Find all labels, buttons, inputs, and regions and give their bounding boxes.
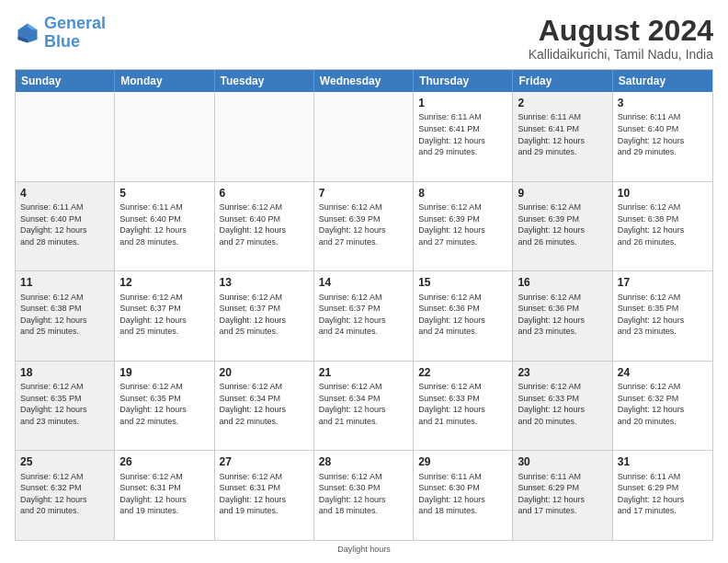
- day-header-friday: Friday: [513, 70, 612, 92]
- day-cell: 20Sunrise: 6:12 AM Sunset: 6:34 PM Dayli…: [215, 362, 314, 451]
- day-cell: [215, 92, 314, 181]
- day-number: 6: [220, 186, 309, 201]
- day-cell: 10Sunrise: 6:12 AM Sunset: 6:38 PM Dayli…: [613, 182, 712, 271]
- title-block: August 2024 Kallidaikurichi, Tamil Nadu,…: [529, 15, 713, 62]
- day-cell: 6Sunrise: 6:12 AM Sunset: 6:40 PM Daylig…: [215, 182, 314, 271]
- week-row: 1Sunrise: 6:11 AM Sunset: 6:41 PM Daylig…: [16, 92, 712, 181]
- day-cell: 3Sunrise: 6:11 AM Sunset: 6:40 PM Daylig…: [613, 92, 712, 181]
- day-number: 17: [618, 275, 708, 290]
- day-number: 21: [319, 365, 408, 380]
- day-cell: 8Sunrise: 6:12 AM Sunset: 6:39 PM Daylig…: [414, 182, 513, 271]
- day-info: Sunrise: 6:12 AM Sunset: 6:33 PM Dayligh…: [418, 381, 507, 427]
- day-cell: 25Sunrise: 6:12 AM Sunset: 6:32 PM Dayli…: [16, 451, 115, 540]
- location: Kallidaikurichi, Tamil Nadu, India: [529, 47, 713, 62]
- day-number: 7: [319, 186, 408, 201]
- day-cell: 27Sunrise: 6:12 AM Sunset: 6:31 PM Dayli…: [215, 451, 314, 540]
- day-info: Sunrise: 6:12 AM Sunset: 6:37 PM Dayligh…: [319, 292, 408, 338]
- day-number: 31: [618, 454, 708, 469]
- day-info: Sunrise: 6:12 AM Sunset: 6:30 PM Dayligh…: [319, 471, 408, 517]
- day-number: 11: [20, 275, 109, 290]
- day-cell: 29Sunrise: 6:11 AM Sunset: 6:30 PM Dayli…: [414, 451, 513, 540]
- day-cell: 19Sunrise: 6:12 AM Sunset: 6:35 PM Dayli…: [115, 362, 214, 451]
- day-cell: 2Sunrise: 6:11 AM Sunset: 6:41 PM Daylig…: [513, 92, 612, 181]
- day-number: 25: [20, 454, 109, 469]
- weeks: 1Sunrise: 6:11 AM Sunset: 6:41 PM Daylig…: [16, 92, 712, 540]
- day-info: Sunrise: 6:12 AM Sunset: 6:34 PM Dayligh…: [319, 381, 408, 427]
- week-row: 18Sunrise: 6:12 AM Sunset: 6:35 PM Dayli…: [16, 361, 712, 451]
- day-cell: 13Sunrise: 6:12 AM Sunset: 6:37 PM Dayli…: [215, 271, 314, 361]
- day-info: Sunrise: 6:12 AM Sunset: 6:40 PM Dayligh…: [220, 201, 309, 247]
- day-cell: [115, 92, 214, 181]
- day-info: Sunrise: 6:12 AM Sunset: 6:38 PM Dayligh…: [20, 292, 109, 338]
- day-cell: 28Sunrise: 6:12 AM Sunset: 6:30 PM Dayli…: [314, 451, 414, 540]
- day-info: Sunrise: 6:12 AM Sunset: 6:35 PM Dayligh…: [119, 381, 209, 427]
- day-number: 23: [518, 365, 607, 380]
- day-cell: [16, 92, 115, 181]
- day-info: Sunrise: 6:12 AM Sunset: 6:38 PM Dayligh…: [618, 201, 708, 247]
- day-info: Sunrise: 6:11 AM Sunset: 6:30 PM Dayligh…: [418, 471, 507, 517]
- week-row: 11Sunrise: 6:12 AM Sunset: 6:38 PM Dayli…: [16, 270, 712, 361]
- logo: General Blue: [15, 15, 106, 52]
- day-cell: 15Sunrise: 6:12 AM Sunset: 6:36 PM Dayli…: [414, 271, 513, 361]
- calendar: SundayMondayTuesdayWednesdayThursdayFrid…: [15, 69, 713, 541]
- day-header-thursday: Thursday: [414, 70, 513, 92]
- header: General Blue August 2024 Kallidaikurichi…: [15, 15, 713, 62]
- day-number: 30: [518, 454, 607, 469]
- day-info: Sunrise: 6:12 AM Sunset: 6:39 PM Dayligh…: [518, 201, 607, 247]
- day-info: Sunrise: 6:12 AM Sunset: 6:39 PM Dayligh…: [418, 201, 507, 247]
- day-cell: 24Sunrise: 6:12 AM Sunset: 6:32 PM Dayli…: [613, 362, 712, 451]
- day-header-tuesday: Tuesday: [215, 70, 314, 92]
- day-info: Sunrise: 6:11 AM Sunset: 6:40 PM Dayligh…: [618, 111, 708, 157]
- day-cell: [314, 92, 414, 181]
- day-header-wednesday: Wednesday: [314, 70, 414, 92]
- day-number: 29: [418, 454, 507, 469]
- day-number: 10: [618, 186, 708, 201]
- day-number: 20: [220, 365, 309, 380]
- day-cell: 17Sunrise: 6:12 AM Sunset: 6:35 PM Dayli…: [613, 271, 712, 361]
- day-info: Sunrise: 6:11 AM Sunset: 6:41 PM Dayligh…: [418, 111, 507, 157]
- day-cell: 12Sunrise: 6:12 AM Sunset: 6:37 PM Dayli…: [115, 271, 214, 361]
- day-number: 9: [518, 186, 607, 201]
- day-cell: 21Sunrise: 6:12 AM Sunset: 6:34 PM Dayli…: [314, 362, 414, 451]
- day-info: Sunrise: 6:12 AM Sunset: 6:32 PM Dayligh…: [20, 471, 109, 517]
- week-row: 4Sunrise: 6:11 AM Sunset: 6:40 PM Daylig…: [16, 181, 712, 271]
- day-info: Sunrise: 6:12 AM Sunset: 6:31 PM Dayligh…: [220, 471, 309, 517]
- day-number: 1: [418, 96, 507, 110]
- footer-note: Daylight hours: [15, 545, 713, 554]
- day-number: 27: [220, 454, 309, 469]
- day-number: 26: [119, 454, 209, 469]
- day-cell: 30Sunrise: 6:11 AM Sunset: 6:29 PM Dayli…: [513, 451, 612, 540]
- day-info: Sunrise: 6:12 AM Sunset: 6:36 PM Dayligh…: [418, 292, 507, 338]
- day-number: 16: [518, 275, 607, 290]
- logo-line2: Blue: [44, 32, 80, 51]
- day-info: Sunrise: 6:12 AM Sunset: 6:39 PM Dayligh…: [319, 201, 408, 247]
- day-info: Sunrise: 6:12 AM Sunset: 6:31 PM Dayligh…: [119, 471, 209, 517]
- day-number: 15: [418, 275, 507, 290]
- day-info: Sunrise: 6:12 AM Sunset: 6:35 PM Dayligh…: [20, 381, 109, 427]
- logo-line1: General: [44, 14, 106, 32]
- day-header-monday: Monday: [115, 70, 214, 92]
- day-number: 3: [618, 96, 708, 110]
- day-cell: 14Sunrise: 6:12 AM Sunset: 6:37 PM Dayli…: [314, 271, 414, 361]
- day-info: Sunrise: 6:11 AM Sunset: 6:40 PM Dayligh…: [20, 201, 109, 247]
- day-number: 19: [119, 365, 209, 380]
- day-number: 28: [319, 454, 408, 469]
- day-info: Sunrise: 6:11 AM Sunset: 6:29 PM Dayligh…: [518, 471, 607, 517]
- logo-text: General Blue: [44, 15, 106, 52]
- day-info: Sunrise: 6:12 AM Sunset: 6:32 PM Dayligh…: [618, 381, 708, 427]
- day-number: 8: [418, 186, 507, 201]
- day-header-sunday: Sunday: [16, 70, 115, 92]
- day-cell: 31Sunrise: 6:11 AM Sunset: 6:29 PM Dayli…: [613, 451, 712, 540]
- day-number: 22: [418, 365, 507, 380]
- day-number: 2: [518, 96, 607, 110]
- day-number: 4: [20, 186, 109, 201]
- day-number: 18: [20, 365, 109, 380]
- month-year: August 2024: [529, 15, 713, 47]
- day-info: Sunrise: 6:12 AM Sunset: 6:34 PM Dayligh…: [220, 381, 309, 427]
- day-number: 14: [319, 275, 408, 290]
- day-info: Sunrise: 6:11 AM Sunset: 6:40 PM Dayligh…: [119, 201, 209, 247]
- day-headers: SundayMondayTuesdayWednesdayThursdayFrid…: [16, 70, 712, 92]
- day-cell: 26Sunrise: 6:12 AM Sunset: 6:31 PM Dayli…: [115, 451, 214, 540]
- day-cell: 4Sunrise: 6:11 AM Sunset: 6:40 PM Daylig…: [16, 182, 115, 271]
- day-info: Sunrise: 6:11 AM Sunset: 6:41 PM Dayligh…: [518, 111, 607, 157]
